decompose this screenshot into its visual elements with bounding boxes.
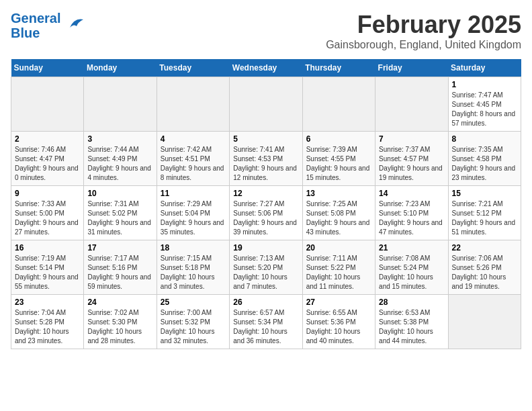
day-info: Sunrise: 7:25 AM Sunset: 5:08 PM Dayligh… xyxy=(306,199,371,237)
day-info: Sunrise: 7:00 AM Sunset: 5:32 PM Dayligh… xyxy=(161,308,226,346)
day-cell: 11Sunrise: 7:29 AM Sunset: 5:04 PM Dayli… xyxy=(157,186,229,240)
day-number: 2 xyxy=(15,134,80,144)
day-info: Sunrise: 7:44 AM Sunset: 4:49 PM Dayligh… xyxy=(87,145,152,183)
day-cell: 15Sunrise: 7:21 AM Sunset: 5:12 PM Dayli… xyxy=(448,186,521,240)
day-info: Sunrise: 7:23 AM Sunset: 5:10 PM Dayligh… xyxy=(379,199,444,237)
day-cell: 8Sunrise: 7:35 AM Sunset: 4:58 PM Daylig… xyxy=(448,132,521,186)
calendar-body: 1Sunrise: 7:47 AM Sunset: 4:45 PM Daylig… xyxy=(11,77,521,349)
week-row-2: 2Sunrise: 7:46 AM Sunset: 4:47 PM Daylig… xyxy=(11,132,521,186)
day-number: 27 xyxy=(306,298,371,307)
day-number: 22 xyxy=(452,243,517,253)
day-number: 4 xyxy=(161,134,226,144)
calendar-table: SundayMondayTuesdayWednesdayThursdayFrid… xyxy=(11,59,521,349)
week-row-5: 23Sunrise: 7:04 AM Sunset: 5:28 PM Dayli… xyxy=(11,295,521,349)
day-number: 9 xyxy=(15,189,80,198)
day-number: 19 xyxy=(233,243,298,253)
day-info: Sunrise: 7:11 AM Sunset: 5:22 PM Dayligh… xyxy=(306,254,371,291)
day-number: 13 xyxy=(306,189,371,198)
month-title: February 2025 xyxy=(326,11,521,39)
logo-general: General xyxy=(11,11,60,26)
day-cell: 6Sunrise: 7:39 AM Sunset: 4:55 PM Daylig… xyxy=(302,132,375,186)
day-number: 11 xyxy=(161,189,226,198)
header-day-tuesday: Tuesday xyxy=(157,59,229,77)
day-info: Sunrise: 7:17 AM Sunset: 5:16 PM Dayligh… xyxy=(87,254,152,291)
location: Gainsborough, England, United Kingdom xyxy=(326,39,521,51)
title-area: February 2025 Gainsborough, England, Uni… xyxy=(326,11,521,51)
day-number: 7 xyxy=(379,134,444,144)
header-day-sunday: Sunday xyxy=(11,59,84,77)
day-cell: 10Sunrise: 7:31 AM Sunset: 5:02 PM Dayli… xyxy=(84,186,157,240)
week-row-4: 16Sunrise: 7:19 AM Sunset: 5:14 PM Dayli… xyxy=(11,240,521,295)
day-info: Sunrise: 7:04 AM Sunset: 5:28 PM Dayligh… xyxy=(15,308,80,346)
day-info: Sunrise: 7:37 AM Sunset: 4:57 PM Dayligh… xyxy=(379,145,444,183)
day-number: 8 xyxy=(452,134,517,144)
day-number: 15 xyxy=(452,189,517,198)
day-cell: 26Sunrise: 6:57 AM Sunset: 5:34 PM Dayli… xyxy=(230,295,302,349)
day-number: 23 xyxy=(15,298,80,307)
day-cell xyxy=(375,77,448,132)
day-cell: 2Sunrise: 7:46 AM Sunset: 4:47 PM Daylig… xyxy=(11,132,84,186)
day-cell xyxy=(448,295,521,349)
day-info: Sunrise: 7:15 AM Sunset: 5:18 PM Dayligh… xyxy=(161,254,226,291)
day-cell xyxy=(230,77,302,132)
day-info: Sunrise: 7:41 AM Sunset: 4:53 PM Dayligh… xyxy=(233,145,298,183)
week-row-1: 1Sunrise: 7:47 AM Sunset: 4:45 PM Daylig… xyxy=(11,77,521,132)
header-day-friday: Friday xyxy=(375,59,448,77)
day-info: Sunrise: 7:33 AM Sunset: 5:00 PM Dayligh… xyxy=(15,199,80,237)
day-cell: 9Sunrise: 7:33 AM Sunset: 5:00 PM Daylig… xyxy=(11,186,84,240)
day-info: Sunrise: 7:21 AM Sunset: 5:12 PM Dayligh… xyxy=(452,199,517,237)
day-number: 20 xyxy=(306,243,371,253)
day-info: Sunrise: 7:46 AM Sunset: 4:47 PM Dayligh… xyxy=(15,145,80,183)
day-cell: 4Sunrise: 7:42 AM Sunset: 4:51 PM Daylig… xyxy=(157,132,229,186)
day-number: 18 xyxy=(161,243,226,253)
day-info: Sunrise: 7:31 AM Sunset: 5:02 PM Dayligh… xyxy=(87,199,152,237)
day-cell: 5Sunrise: 7:41 AM Sunset: 4:53 PM Daylig… xyxy=(230,132,302,186)
day-cell: 12Sunrise: 7:27 AM Sunset: 5:06 PM Dayli… xyxy=(230,186,302,240)
day-number: 6 xyxy=(306,134,371,144)
day-cell xyxy=(84,77,157,132)
header-day-monday: Monday xyxy=(84,59,157,77)
day-cell: 20Sunrise: 7:11 AM Sunset: 5:22 PM Dayli… xyxy=(302,240,375,295)
day-number: 25 xyxy=(161,298,226,307)
day-cell: 25Sunrise: 7:00 AM Sunset: 5:32 PM Dayli… xyxy=(157,295,229,349)
day-number: 24 xyxy=(87,298,152,307)
header-day-saturday: Saturday xyxy=(448,59,521,77)
day-cell: 24Sunrise: 7:02 AM Sunset: 5:30 PM Dayli… xyxy=(84,295,157,349)
day-number: 10 xyxy=(87,189,152,198)
day-cell: 19Sunrise: 7:13 AM Sunset: 5:20 PM Dayli… xyxy=(230,240,302,295)
day-info: Sunrise: 7:27 AM Sunset: 5:06 PM Dayligh… xyxy=(233,199,298,237)
day-info: Sunrise: 7:39 AM Sunset: 4:55 PM Dayligh… xyxy=(306,145,371,183)
day-info: Sunrise: 7:42 AM Sunset: 4:51 PM Dayligh… xyxy=(161,145,226,183)
logo-text: General Blue xyxy=(11,11,60,40)
day-info: Sunrise: 7:29 AM Sunset: 5:04 PM Dayligh… xyxy=(161,199,226,237)
day-cell: 18Sunrise: 7:15 AM Sunset: 5:18 PM Dayli… xyxy=(157,240,229,295)
header-day-thursday: Thursday xyxy=(302,59,375,77)
logo-bird-icon xyxy=(64,14,85,37)
day-number: 14 xyxy=(379,189,444,198)
logo-blue: Blue xyxy=(11,26,40,40)
day-number: 28 xyxy=(379,298,444,307)
day-number: 17 xyxy=(87,243,152,253)
calendar-header: SundayMondayTuesdayWednesdayThursdayFrid… xyxy=(11,59,521,77)
day-cell xyxy=(11,77,84,132)
day-number: 5 xyxy=(233,134,298,144)
day-info: Sunrise: 6:53 AM Sunset: 5:38 PM Dayligh… xyxy=(379,308,444,346)
day-cell: 22Sunrise: 7:06 AM Sunset: 5:26 PM Dayli… xyxy=(448,240,521,295)
page-header: General Blue February 2025 Gainsborough,… xyxy=(11,11,521,51)
day-info: Sunrise: 7:19 AM Sunset: 5:14 PM Dayligh… xyxy=(15,254,80,291)
day-info: Sunrise: 7:47 AM Sunset: 4:45 PM Dayligh… xyxy=(452,91,517,128)
day-cell: 13Sunrise: 7:25 AM Sunset: 5:08 PM Dayli… xyxy=(302,186,375,240)
day-number: 3 xyxy=(87,134,152,144)
day-cell xyxy=(302,77,375,132)
day-cell: 3Sunrise: 7:44 AM Sunset: 4:49 PM Daylig… xyxy=(84,132,157,186)
day-cell: 1Sunrise: 7:47 AM Sunset: 4:45 PM Daylig… xyxy=(448,77,521,132)
day-cell: 28Sunrise: 6:53 AM Sunset: 5:38 PM Dayli… xyxy=(375,295,448,349)
day-info: Sunrise: 7:35 AM Sunset: 4:58 PM Dayligh… xyxy=(452,145,517,183)
day-number: 26 xyxy=(233,298,298,307)
logo: General Blue xyxy=(11,11,85,40)
day-cell: 17Sunrise: 7:17 AM Sunset: 5:16 PM Dayli… xyxy=(84,240,157,295)
week-row-3: 9Sunrise: 7:33 AM Sunset: 5:00 PM Daylig… xyxy=(11,186,521,240)
header-day-wednesday: Wednesday xyxy=(230,59,302,77)
day-info: Sunrise: 7:02 AM Sunset: 5:30 PM Dayligh… xyxy=(87,308,152,346)
day-number: 16 xyxy=(15,243,80,253)
